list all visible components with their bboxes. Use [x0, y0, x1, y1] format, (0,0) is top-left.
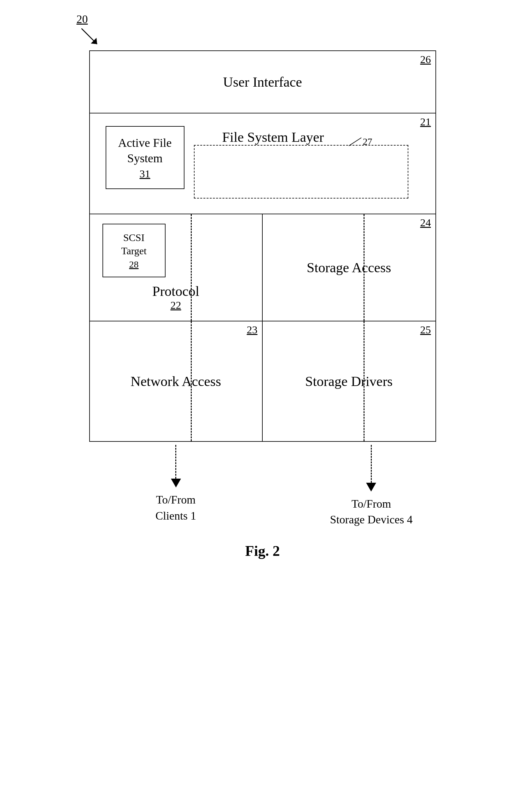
active-fs-text: Active File System: [106, 135, 184, 166]
arrows-row: To/From Clients 1 To/From Storage Device…: [89, 442, 436, 524]
arrow-left-line1: To/From: [156, 494, 196, 506]
box-31: Active File System 31: [106, 126, 184, 189]
dashed-line-left-23: [191, 322, 192, 441]
right-col: 24 Storage Access 25 Storage Drivers: [262, 214, 435, 441]
storage-drivers-text: Storage Drivers: [305, 373, 393, 389]
label-27-slash: [349, 137, 364, 146]
box-22: SCSITarget 28 Protocol 22: [90, 214, 262, 322]
left-arrow-col: To/From Clients 1: [89, 442, 262, 524]
arrow-20-icon: [81, 28, 100, 47]
ui-text: User Interface: [223, 74, 302, 90]
storage-access-text: Storage Access: [307, 260, 391, 276]
protocol-text: Protocol: [152, 283, 199, 299]
label-28: 28: [129, 259, 139, 270]
box-26: 26 User Interface: [89, 50, 436, 113]
dashed-line-right-25: [363, 322, 364, 441]
network-access-text: Network Access: [131, 373, 221, 389]
middle-bottom-section: SCSITarget 28 Protocol 22 23 Network Acc: [89, 214, 436, 442]
right-arrow-line: [371, 445, 372, 483]
label-21: 21: [420, 116, 431, 128]
fs-layer-text: File System Layer: [222, 129, 324, 145]
label-22: 22: [170, 299, 181, 311]
page-container: 20 26 User Interface 21 File System Laye…: [58, 13, 468, 559]
box-24: 24 Storage Access: [262, 214, 435, 322]
fig-caption: Fig. 2: [58, 543, 468, 559]
left-arrow-head: [171, 479, 181, 487]
arrow-right-line1: To/From: [351, 498, 391, 510]
label-25: 25: [420, 324, 431, 336]
box-27: [194, 145, 408, 199]
label-20: 20: [77, 13, 88, 26]
right-arrow-label: To/From Storage Devices 4: [330, 496, 413, 528]
dashed-line-left-22: [191, 214, 192, 321]
arrow-right-line2: Storage Devices 4: [330, 513, 413, 526]
right-arrow-col: To/From Storage Devices 4: [262, 442, 436, 524]
box-25: 25 Storage Drivers: [262, 322, 435, 441]
label-24: 24: [420, 217, 431, 229]
diagram-area: 26 User Interface 21 File System Layer A…: [89, 50, 436, 524]
left-arrow-label: To/From Clients 1: [155, 492, 196, 524]
box-23: 23 Network Access: [90, 322, 262, 441]
box-21: 21 File System Layer Active File System …: [89, 113, 436, 214]
left-arrow-line: [175, 445, 176, 479]
arrow-left-line2: Clients 1: [155, 510, 196, 522]
dashed-line-right-24: [363, 214, 364, 321]
left-col: SCSITarget 28 Protocol 22 23 Network Acc: [90, 214, 262, 441]
svg-line-2: [349, 138, 361, 146]
right-arrow-head: [366, 483, 376, 491]
box-28: SCSITarget 28: [103, 224, 166, 277]
label-23: 23: [247, 324, 258, 336]
label-31: 31: [140, 168, 150, 180]
scsi-target-text: SCSITarget: [121, 231, 147, 257]
label-26: 26: [420, 53, 431, 65]
